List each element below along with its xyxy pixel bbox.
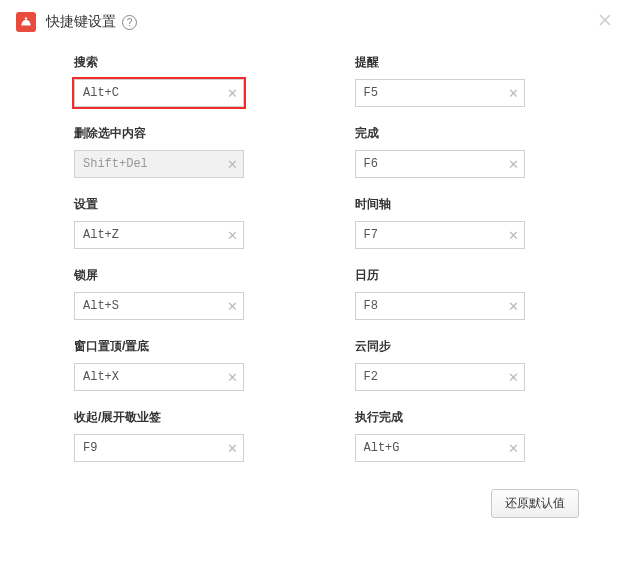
shortcut-input-wrap: ✕ — [355, 150, 525, 178]
shortcut-field: 完成✕ — [355, 125, 570, 178]
shortcut-input[interactable] — [355, 79, 525, 107]
app-icon — [16, 12, 36, 32]
clear-icon[interactable]: ✕ — [508, 370, 519, 385]
shortcut-input-wrap: ✕ — [74, 150, 244, 178]
shortcut-field: 云同步✕ — [355, 338, 570, 391]
shortcut-field: 执行完成✕ — [355, 409, 570, 462]
shortcut-input-wrap: ✕ — [74, 292, 244, 320]
clear-icon[interactable]: ✕ — [227, 441, 238, 456]
shortcut-field: 日历✕ — [355, 267, 570, 320]
shortcut-input-wrap: ✕ — [74, 363, 244, 391]
right-column: 提醒✕完成✕时间轴✕日历✕云同步✕执行完成✕ — [315, 54, 630, 480]
shortcut-input[interactable] — [74, 221, 244, 249]
shortcut-input-wrap: ✕ — [355, 434, 525, 462]
shortcut-label: 设置 — [74, 196, 255, 213]
shortcut-input[interactable] — [74, 79, 244, 107]
clear-icon[interactable]: ✕ — [508, 299, 519, 314]
shortcut-field: 锁屏✕ — [74, 267, 255, 320]
clear-icon[interactable]: ✕ — [227, 228, 238, 243]
shortcut-label: 时间轴 — [355, 196, 570, 213]
clear-icon[interactable]: ✕ — [508, 86, 519, 101]
clear-icon[interactable]: ✕ — [508, 228, 519, 243]
left-column: 搜索✕删除选中内容✕设置✕锁屏✕窗口置顶/置底✕收起/展开敬业签✕ — [0, 54, 315, 480]
shortcut-input[interactable] — [355, 150, 525, 178]
dialog-header: 快捷键设置 ? — [0, 0, 629, 44]
footer: 还原默认值 — [491, 489, 579, 518]
svg-point-0 — [25, 17, 27, 19]
shortcut-input-wrap: ✕ — [74, 434, 244, 462]
dialog-title: 快捷键设置 — [46, 13, 116, 31]
shortcut-input[interactable] — [74, 434, 244, 462]
shortcut-label: 执行完成 — [355, 409, 570, 426]
shortcut-input-wrap: ✕ — [355, 292, 525, 320]
reset-defaults-button[interactable]: 还原默认值 — [491, 489, 579, 518]
clear-icon[interactable]: ✕ — [508, 157, 519, 172]
shortcut-field: 设置✕ — [74, 196, 255, 249]
clear-icon[interactable]: ✕ — [227, 370, 238, 385]
shortcut-label: 完成 — [355, 125, 570, 142]
shortcut-field: 时间轴✕ — [355, 196, 570, 249]
clear-icon[interactable]: ✕ — [227, 299, 238, 314]
shortcut-field: 收起/展开敬业签✕ — [74, 409, 255, 462]
clear-icon[interactable]: ✕ — [227, 157, 238, 172]
shortcut-input[interactable] — [355, 434, 525, 462]
shortcut-label: 日历 — [355, 267, 570, 284]
shortcut-field: 窗口置顶/置底✕ — [74, 338, 255, 391]
shortcut-label: 收起/展开敬业签 — [74, 409, 255, 426]
shortcut-input[interactable] — [355, 363, 525, 391]
clear-icon[interactable]: ✕ — [508, 441, 519, 456]
content: 搜索✕删除选中内容✕设置✕锁屏✕窗口置顶/置底✕收起/展开敬业签✕ 提醒✕完成✕… — [0, 44, 629, 480]
shortcut-label: 删除选中内容 — [74, 125, 255, 142]
shortcut-label: 提醒 — [355, 54, 570, 71]
close-button[interactable] — [595, 10, 615, 30]
shortcut-field: 搜索✕ — [74, 54, 255, 107]
shortcut-input-wrap: ✕ — [355, 363, 525, 391]
shortcut-input[interactable] — [355, 221, 525, 249]
shortcut-field: 删除选中内容✕ — [74, 125, 255, 178]
shortcut-label: 云同步 — [355, 338, 570, 355]
shortcut-input-wrap: ✕ — [74, 221, 244, 249]
help-icon[interactable]: ? — [122, 15, 137, 30]
shortcut-input-wrap: ✕ — [74, 79, 244, 107]
shortcut-label: 搜索 — [74, 54, 255, 71]
shortcut-input[interactable] — [74, 292, 244, 320]
shortcut-label: 窗口置顶/置底 — [74, 338, 255, 355]
shortcut-input[interactable] — [74, 150, 244, 178]
shortcut-input[interactable] — [355, 292, 525, 320]
shortcut-input-wrap: ✕ — [355, 79, 525, 107]
shortcut-field: 提醒✕ — [355, 54, 570, 107]
clear-icon[interactable]: ✕ — [227, 86, 238, 101]
shortcut-input-wrap: ✕ — [355, 221, 525, 249]
shortcut-input[interactable] — [74, 363, 244, 391]
shortcut-label: 锁屏 — [74, 267, 255, 284]
